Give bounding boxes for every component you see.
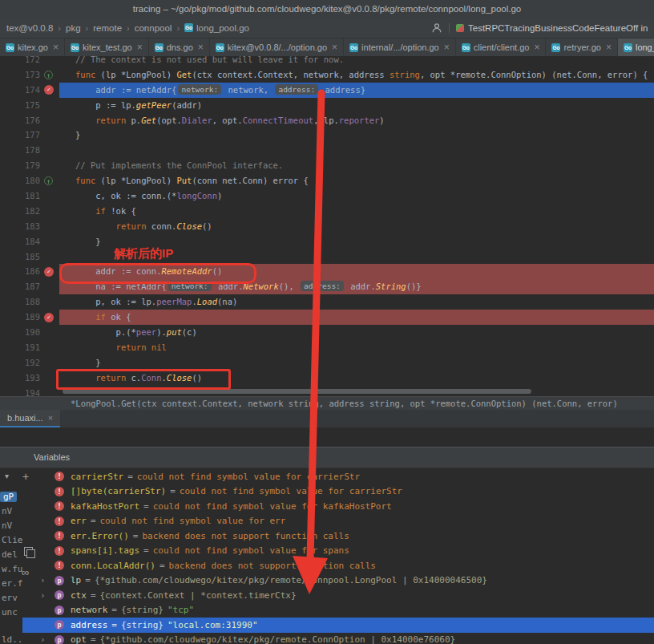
code-line-177[interactable]: 177} (0, 128, 654, 143)
variable-row-address[interactable]: paddress={string}"local.com:31990" (22, 618, 654, 633)
tab-retryer-go[interactable]: Goretryer.go× (546, 38, 617, 56)
code-line-175[interactable]: 175 p := lp.getPeer(addr) (0, 98, 654, 113)
code-line-188[interactable]: 188 p, ok := lp.peerMap.Load(na) (0, 294, 654, 310)
code-text: } (59, 128, 654, 143)
horizontal-scrollbar[interactable] (63, 389, 531, 394)
close-icon[interactable]: × (48, 413, 53, 423)
code-line-193[interactable]: 193 return c.Conn.Close() (0, 371, 654, 386)
variable-row-err-error-[interactable]: !err.Error()=backend does not support fu… (22, 529, 654, 544)
gutter: 188 (0, 294, 59, 310)
code-line-189[interactable]: 189✓ if ok { (0, 310, 654, 325)
code-line-176[interactable]: 176 return p.Get(opt.Dialer, opt.Connect… (0, 113, 654, 128)
variable-row-spans-i-tags[interactable]: !spans[i].tags=could not find symbol val… (22, 544, 654, 559)
expand-chevron-icon[interactable]: › (40, 590, 50, 601)
tab-kitex-test-go[interactable]: Gokitex_test.go× (65, 38, 149, 56)
close-icon[interactable]: × (332, 42, 337, 53)
debug-panel-title: Variables (0, 448, 654, 468)
go-file-icon: Go (624, 43, 632, 52)
implements-icon[interactable]: ↑ (44, 176, 53, 185)
expand-chevron-icon[interactable]: › (40, 575, 50, 585)
tab-kitex-go[interactable]: Gokitex.go× (0, 38, 65, 56)
variable-row-lp[interactable]: ›plp={*github.com/cloudwego/kitex/pkg/re… (22, 573, 654, 589)
variable-row-err[interactable]: !err=could not find symbol value for err (22, 514, 654, 529)
code-line-179[interactable]: 179// Put implements the ConnPool interf… (0, 158, 654, 173)
variable-row-conn-localaddr-[interactable]: !conn.LocalAddr()=backend does not suppo… (22, 558, 654, 573)
variable-row-opt[interactable]: ›popt={*github.com/cloudwego/kitex/pkg/r… (22, 633, 654, 644)
close-icon[interactable]: × (534, 42, 539, 53)
breadcrumb-item-0[interactable]: tex@v0.0.8 (6, 23, 53, 33)
variable-row-kafkahostport[interactable]: !kafkaHostPort=could not find symbol val… (22, 499, 654, 514)
frame-fragment: del (2, 549, 18, 560)
variable-value: could not find symbol value for spans (153, 545, 349, 556)
error-icon: ! (54, 501, 64, 511)
code-line-172[interactable]: 172// The context is not used but will l… (0, 56, 654, 67)
line-number: 183 (0, 219, 40, 234)
breadcrumb-item-2[interactable]: remote (93, 23, 122, 33)
code-line-181[interactable]: 181 c, ok := conn.(*longConn) (0, 188, 654, 204)
code-line-180[interactable]: 180↑func (lp *LongPool) Put(conn net.Con… (0, 173, 654, 188)
breadcrumb-item-label: remote (93, 23, 122, 33)
frame-fragment: nV (2, 520, 12, 531)
breakpoint-icon[interactable]: ✓ (44, 267, 54, 277)
code-line-173[interactable]: 173↑func (lp *LongPool) Get(ctx context.… (0, 67, 654, 83)
code-line-187[interactable]: 187 na := netAddr{network: addr.Network(… (0, 279, 654, 294)
variable-row-carrierstr[interactable]: !carrierStr=could not find symbol value … (22, 469, 654, 484)
error-icon: ! (54, 546, 64, 556)
frame-fragment: gP (0, 492, 17, 502)
code-line-183[interactable]: 183 return conn.Close() (0, 219, 654, 234)
variable-row-network[interactable]: pnetwork={string}"tcp" (22, 603, 654, 618)
tab-client-client-go[interactable]: Goclient/client.go× (456, 38, 547, 56)
tab-label: retryer.go (563, 43, 600, 52)
chevron-down-icon[interactable]: ▾ (5, 472, 9, 480)
tab-long-pool-go[interactable]: Golong_pool.go× (618, 38, 654, 56)
variables-list: !carrierStr=could not find symbol value … (22, 469, 654, 644)
window-title: tracing – ~/go/pkg/mod/github.com/cloudw… (0, 0, 654, 18)
close-icon[interactable]: × (53, 42, 59, 53)
breakpoint-icon[interactable]: ✓ (44, 85, 54, 95)
code-line-191[interactable]: 191 return nil (0, 340, 654, 355)
breadcrumb-item-3[interactable]: connpool (135, 23, 172, 33)
variable-name: conn.LocalAddr() (71, 561, 155, 571)
tab-label: dns.go (167, 43, 193, 52)
close-icon[interactable]: × (198, 42, 204, 53)
breadcrumb-item-label: connpool (135, 23, 172, 33)
breakpoint-icon[interactable]: ✓ (44, 313, 54, 322)
tab-label: kitex.go (18, 43, 48, 52)
code-line-190[interactable]: 190 p.(*peer).put(c) (0, 325, 654, 340)
frame-fragment: unc (2, 607, 18, 618)
tab-internal-option-go[interactable]: Gointernal/.../option.go× (344, 38, 456, 56)
code-line-184[interactable]: 184 } (0, 234, 654, 249)
run-configuration-selector[interactable]: TestRPCTracingBusinessCodeFeatureOff in … (449, 23, 648, 33)
code-line-174[interactable]: 174✓ addr := netAddr{network: network, a… (0, 83, 654, 98)
code-line-182[interactable]: 182 if !ok { (0, 204, 654, 219)
variable-row--byte-carrierstr-[interactable]: ![]byte(carrierStr)=could not find symbo… (22, 484, 654, 500)
expand-chevron-icon[interactable]: › (40, 634, 50, 644)
close-icon[interactable]: × (444, 42, 450, 53)
code-editor[interactable]: 172// The context is not used but will l… (0, 56, 654, 396)
gutter: 183 (0, 219, 59, 234)
tab-dns-go[interactable]: Godns.go× (149, 38, 210, 56)
implements-icon[interactable]: ↑ (44, 71, 53, 79)
code-line-185[interactable]: 185 (0, 249, 654, 265)
error-icon: ! (54, 516, 64, 526)
tab-label: long_pool.go (636, 43, 654, 52)
code-line-192[interactable]: 192 } (0, 355, 654, 371)
code-text (59, 249, 654, 265)
code-line-186[interactable]: 186✓ addr := conn.RemoteAddr() (0, 264, 654, 279)
variable-value: "local.com:31990" (168, 620, 258, 630)
attach-debugger-icon[interactable] (431, 22, 442, 34)
breadcrumb-item-4[interactable]: Golong_pool.go (184, 23, 249, 33)
tab-kitex-v0-0-8-option-go[interactable]: Gokitex@v0.0.8/.../option.go× (210, 38, 344, 56)
gutter: 172 (0, 56, 59, 67)
close-icon[interactable]: × (606, 42, 612, 53)
gutter: 175 (0, 98, 59, 113)
close-icon[interactable]: × (137, 42, 143, 53)
code-line-178[interactable]: 178 (0, 143, 654, 158)
breadcrumb-item-1[interactable]: pkg (66, 23, 81, 33)
code-text: // The context is not used but will leav… (59, 56, 654, 67)
variable-row-ctx[interactable]: ›pctx={context.Context | *context.timerC… (22, 588, 654, 603)
frame-fragment: erv (2, 593, 18, 603)
gutter: 184 (0, 234, 59, 249)
secondary-tab[interactable]: b.huaxi... × (0, 410, 60, 427)
line-number: 193 (0, 371, 40, 386)
